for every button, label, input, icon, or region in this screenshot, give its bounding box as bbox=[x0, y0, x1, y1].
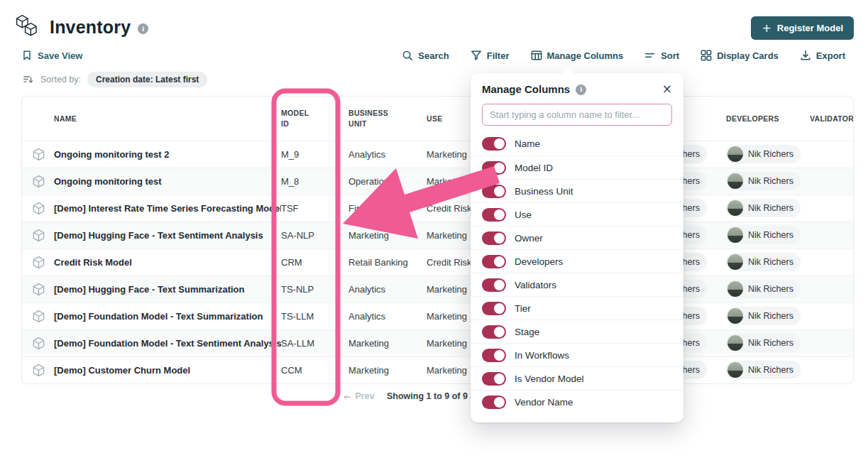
toggle-switch[interactable] bbox=[482, 208, 506, 222]
model-id: CCM bbox=[281, 365, 348, 376]
table-row[interactable]: Ongoing monitoring test 2 M_9 Analytics … bbox=[22, 141, 853, 168]
toolbar-display-cards-label: Display Cards bbox=[717, 50, 779, 61]
model-name[interactable]: Credit Risk Model bbox=[54, 257, 281, 268]
col-header-model-id: MODEL ID bbox=[281, 108, 348, 129]
col-header-name: NAME bbox=[54, 114, 281, 124]
column-toggle-vendor-name[interactable]: Vendor Name bbox=[471, 390, 683, 413]
model-name[interactable]: [Demo] Hugging Face - Text Summarization bbox=[54, 284, 281, 295]
toolbar-search-label: Search bbox=[418, 50, 449, 61]
model-name[interactable]: [Demo] Foundation Model - Text Summariza… bbox=[54, 311, 281, 322]
search-icon bbox=[402, 50, 413, 61]
toolbar-export[interactable]: Export bbox=[800, 50, 845, 61]
display-cards-icon bbox=[701, 50, 712, 61]
model-id: TSF bbox=[281, 203, 348, 214]
popup-title: Manage Columns bbox=[482, 83, 570, 95]
column-toggle-use[interactable]: Use bbox=[471, 202, 683, 226]
avatar bbox=[727, 254, 743, 270]
model-cube-icon bbox=[32, 337, 45, 350]
model-id: TS-LLM bbox=[281, 311, 348, 322]
avatar bbox=[727, 227, 743, 243]
table-row[interactable]: [Demo] Hugging Face - Text Sentiment Ana… bbox=[22, 222, 853, 249]
save-view-button[interactable]: Save View bbox=[21, 50, 82, 61]
avatar bbox=[727, 335, 743, 351]
toolbar-sort[interactable]: Sort bbox=[644, 50, 679, 61]
col-header-validators: VALIDATORS bbox=[810, 114, 854, 124]
close-icon[interactable]: × bbox=[662, 83, 672, 95]
toggle-switch[interactable] bbox=[482, 396, 506, 409]
toggle-switch[interactable] bbox=[482, 278, 506, 292]
plus-icon: + bbox=[762, 21, 771, 35]
business-unit: Analytics bbox=[348, 284, 427, 295]
toggle-switch[interactable] bbox=[482, 161, 506, 175]
toggle-switch[interactable] bbox=[482, 372, 506, 386]
business-unit: Retail Banking bbox=[348, 257, 427, 268]
model-name[interactable]: [Demo] Customer Churn Model bbox=[54, 365, 281, 376]
column-toggle-owner[interactable]: Owner bbox=[471, 226, 683, 249]
toggle-switch[interactable] bbox=[482, 185, 506, 198]
business-unit: Marketing bbox=[348, 365, 427, 376]
table-row[interactable]: Credit Risk Model CRM Retail Banking Cre… bbox=[22, 249, 853, 276]
table-row[interactable]: [Demo] Interest Rate Time Series Forecas… bbox=[22, 195, 853, 222]
table-row[interactable]: [Demo] Foundation Model - Text Sentiment… bbox=[22, 329, 853, 356]
model-name[interactable]: Ongoing monitoring test 2 bbox=[54, 149, 281, 160]
column-toggle-model-id[interactable]: Model ID bbox=[471, 156, 683, 179]
table-row[interactable]: [Demo] Hugging Face - Text Summarization… bbox=[22, 276, 853, 302]
column-toggle-name[interactable]: Name bbox=[471, 132, 683, 156]
developer-chip: Nik Richers bbox=[726, 145, 801, 163]
column-toggle-business-unit[interactable]: Business Unit bbox=[471, 179, 683, 202]
model-cube-icon bbox=[32, 283, 45, 296]
column-toggle-tier[interactable]: Tier bbox=[471, 296, 683, 320]
toolbar-manage-columns[interactable]: Manage Columns bbox=[531, 50, 624, 61]
toggle-switch[interactable] bbox=[482, 137, 506, 151]
model-cube-icon bbox=[32, 310, 45, 323]
table-row[interactable]: Ongoing monitoring test M_8 Operations M… bbox=[22, 168, 853, 195]
sort-icon bbox=[644, 50, 656, 61]
register-model-button[interactable]: + Register Model bbox=[751, 16, 854, 40]
prev-page-button[interactable]: ← Prev bbox=[344, 391, 375, 402]
col-header-developers: DEVELOPERS bbox=[726, 114, 810, 124]
info-icon[interactable]: i bbox=[138, 23, 148, 34]
toolbar-sort-label: Sort bbox=[661, 50, 679, 61]
model-name[interactable]: Ongoing monitoring test bbox=[54, 176, 281, 187]
manage-columns-icon bbox=[531, 50, 542, 61]
toolbar-filter[interactable]: Filter bbox=[471, 50, 510, 61]
column-toggle-in-workflows[interactable]: In Workflows bbox=[471, 343, 683, 366]
toggle-switch[interactable] bbox=[482, 325, 506, 339]
column-toggle-stage[interactable]: Stage bbox=[471, 320, 683, 343]
col-header-business-unit: BUSINESS UNIT bbox=[348, 108, 427, 129]
toggle-switch[interactable] bbox=[482, 231, 506, 245]
column-toggle-is-vendor-model[interactable]: Is Vendor Model bbox=[471, 366, 683, 390]
avatar bbox=[727, 281, 743, 297]
sorted-by-chip[interactable]: Creation date: Latest first bbox=[87, 72, 207, 87]
avatar bbox=[727, 362, 743, 378]
column-filter-input[interactable] bbox=[482, 104, 672, 126]
toggle-switch[interactable] bbox=[482, 302, 506, 315]
developer-chip: Nik Richers bbox=[726, 199, 801, 217]
toggle-switch[interactable] bbox=[482, 255, 506, 268]
prev-label: Prev bbox=[355, 391, 374, 402]
model-id: SA-LLM bbox=[281, 338, 348, 349]
model-name[interactable]: [Demo] Hugging Face - Text Sentiment Ana… bbox=[54, 230, 281, 241]
toggle-switch[interactable] bbox=[482, 349, 506, 362]
model-id: M_9 bbox=[281, 149, 348, 160]
toolbar-filter-label: Filter bbox=[487, 50, 510, 61]
filter-icon bbox=[471, 50, 482, 61]
model-cube-icon bbox=[32, 256, 45, 269]
toolbar-display-cards[interactable]: Display Cards bbox=[701, 50, 779, 61]
column-toggle-validators[interactable]: Validators bbox=[471, 273, 683, 296]
toolbar-search[interactable]: Search bbox=[402, 50, 449, 61]
models-table: NAME MODEL ID BUSINESS UNIT USE OWNER DE… bbox=[21, 96, 854, 384]
developer-chip: Nik Richers bbox=[726, 226, 801, 244]
model-name[interactable]: [Demo] Foundation Model - Text Sentiment… bbox=[54, 338, 281, 349]
developer-chip: Nik Richers bbox=[726, 334, 801, 352]
prev-arrow-icon: ← bbox=[344, 391, 351, 402]
column-toggle-developers[interactable]: Developers bbox=[471, 249, 683, 273]
info-icon[interactable]: i bbox=[576, 84, 586, 95]
sort-desc-icon bbox=[23, 74, 34, 85]
table-row[interactable]: [Demo] Foundation Model - Text Summariza… bbox=[22, 302, 853, 329]
toolbar: Search Filter Manage Columns Sort Displa… bbox=[402, 50, 845, 61]
table-row[interactable]: [Demo] Customer Churn Model CCM Marketin… bbox=[22, 356, 853, 383]
avatar bbox=[727, 173, 743, 189]
model-cube-icon bbox=[32, 148, 45, 161]
model-name[interactable]: [Demo] Interest Rate Time Series Forecas… bbox=[54, 203, 281, 214]
